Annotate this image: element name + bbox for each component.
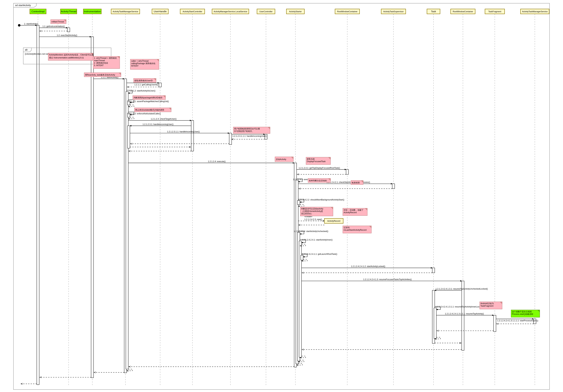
svg-text:1.2.1.2.4.2.4.1: startActivity: 1.2.1.2.4.2.4.1: startActivityInner() xyxy=(302,239,333,241)
svg-text:callingPackage 调用者的包: callingPackage 调用者的包 xyxy=(131,62,155,65)
note-process: 这个函数不是在主线程 Process.start()创建进程 xyxy=(511,310,540,317)
svg-text:mainThread: mainThread xyxy=(94,59,105,62)
activation-as-3a xyxy=(297,200,300,205)
activation-rwc2 xyxy=(462,281,464,350)
ret-sau2 xyxy=(127,369,132,371)
note-home: 判断是否可以启动activity （主要是HomeActivity是 否已经存在… xyxy=(300,207,333,216)
svg-text:Android12改为: Android12改为 xyxy=(480,302,494,305)
ret-12122 xyxy=(128,117,134,119)
activation-task-1 xyxy=(432,268,435,273)
svg-text:Process.start()创建进程: Process.start()创建进程 xyxy=(512,313,533,315)
svg-text:1.2.1.2.4.2.4.1.1: getLaunchRo: 1.2.1.2.4.2.4.1.1: getLaunchRootTask() xyxy=(302,253,337,255)
activation-rwc xyxy=(346,170,348,174)
svg-text:用Reactivity_task服务启动Activity: 用Reactivity_task服务启动Activity xyxy=(85,74,115,76)
note-ar: 对应：启动数，创建了 ActivityRecord xyxy=(343,208,367,216)
lifeline-label: RootWindowContainer xyxy=(453,10,473,13)
note-pkgid: 判断调用的packageId和UID相符 xyxy=(133,96,166,100)
activation-tf xyxy=(494,315,496,332)
lifeline-label: ActivityManagerService.LocalService xyxy=(214,10,247,13)
lifeline-label: ActivityThread xyxy=(61,10,77,13)
diagram-title: sd startActivity xyxy=(15,4,31,7)
ret-sabas xyxy=(298,205,304,206)
svg-text:1.2.1.2.3.1: handleIncomingUse: 1.2.1.2.3.1: handleIncomingUser() xyxy=(143,123,173,125)
svg-text:获取调用者的UserID: 获取调用者的UserID xyxy=(134,79,153,82)
svg-text:mLastStartActivityRecord: mLastStartActivityRecord xyxy=(344,229,367,231)
notes-group: mMainThread ActivityMonitors 监听Activity信… xyxy=(48,20,540,317)
svg-text:1.2.1.2.4.2.4: startActivityUn: 1.2.1.2.4.2.4: startActivityUnchecked() xyxy=(294,230,328,233)
activation-ci xyxy=(37,25,39,385)
svg-text:这个函数不是在主线程: 这个函数不是在主线程 xyxy=(512,310,532,313)
svg-text:用户权限检查调用完全可以看: 用户权限检查调用完全可以看 xyxy=(234,128,260,130)
svg-text:1.2.1.2.4.2.2: shouldAbortBack: 1.2.1.2.4.2.2: shouldAbortBackgroundActi… xyxy=(298,198,344,201)
note-perm: 检查权限 xyxy=(351,181,363,184)
svg-text:判断是否可以启动activity: 判断是否可以启动activity xyxy=(301,208,323,210)
svg-text:1.2.1.2.4.2.4.1.3.1.1.1.1: sta: 1.2.1.2.4.2.4.1.3.1.1.1.1: startProcessA… xyxy=(497,319,538,322)
msg-1-1-label: 1.1: getInstrumentation() xyxy=(42,25,65,27)
svg-text:1.2.1.2.2: enforceNotIsolatedC: 1.2.1.2.2: enforceNotIsolatedCaller() xyxy=(128,112,161,115)
activation-amsls xyxy=(229,133,232,145)
lifeline-label: ActivityStartController xyxy=(183,10,202,13)
note-startact: 启动Activity xyxy=(275,157,293,162)
lifeline-label: UserHandle xyxy=(154,10,167,13)
svg-text:DisplayFocusedTask: DisplayFocusedTask xyxy=(307,160,325,163)
msg-1-2-label: 1.2: execStartActivity() xyxy=(57,34,77,37)
note-dft: 获取当前 DisplayFocusedTask xyxy=(306,157,331,165)
note-branch: 各种判断分岔启动的 xyxy=(308,178,331,183)
lifeline-label: RootWindowContainer xyxy=(337,10,358,13)
lifeline-label: ContextImpl xyxy=(31,10,45,13)
svg-text:1.2.1.2.4.1: getTopDisplayFocu: 1.2.1.2.4.1: getTopDisplayFocusedRootTas… xyxy=(299,167,340,169)
alt-label: alt xyxy=(25,48,27,51)
svg-text:TaskFragment: TaskFragment xyxy=(480,305,493,307)
svg-text:1.2.1.2.4.2.1: checkStartAnyAc: 1.2.1.2.4.2.1: checkStartAnyActivityPerm… xyxy=(326,181,370,184)
svg-text:否已经存在）: 否已经存在） xyxy=(301,212,313,215)
svg-text:禁止来自isolated模式沙箱的调用: 禁止来自isolated模式沙箱的调用 xyxy=(135,109,164,111)
msg-1-label: 1: startActivity() xyxy=(24,23,38,25)
activation-uh xyxy=(159,83,161,87)
svg-text:1.2.1.2.3.1.1.1: handleIncomin: 1.2.1.2.3.1.1.1: handleIncomingUser() xyxy=(232,135,267,137)
lifeline-label: TaskFragment xyxy=(488,10,501,13)
svg-text:ActivityRecord: ActivityRecord xyxy=(344,211,357,214)
svg-text:判断调用的packageId和UID相符: 判断调用的packageId和UID相符 xyxy=(134,97,163,99)
svg-text:3. INTENT: 3. INTENT xyxy=(94,64,104,67)
activation-at xyxy=(67,28,70,32)
svg-text:启动Activity: 启动Activity xyxy=(276,158,286,160)
note-whothread: 1. whoThread = 调用者的 mainThread 2. 调用者的包名… xyxy=(93,56,120,69)
lifeline-label: UserController xyxy=(259,10,273,13)
svg-text:1.2.1.2.3: checkTargetUser(): 1.2.1.2.3: checkTargetUser() xyxy=(151,118,177,120)
svg-text:1.2.1.2.4.2.4.1.3.1.1: resumeT: 1.2.1.2.4.2.4.1.3.1.1: resumeTopActivity… xyxy=(435,306,484,308)
activation-atms-3c xyxy=(128,126,130,148)
svg-text:ActivityMonitors 监听Activity信息，: ActivityMonitors 监听Activity信息，Client设可以是 xyxy=(49,54,93,56)
svg-text:1.2.1.2.4: execute(): 1.2.1.2.4: execute() xyxy=(208,160,226,163)
note-reactivity: 用Reactivity_task服务启动Activity xyxy=(84,73,121,77)
svg-text:记录到: 记录到 xyxy=(344,226,350,229)
svg-text:1.2.1.2.4.2.4.1.3.1.1.1: resum: 1.2.1.2.4.2.4.1.3.1.1.1: resumeTopActivi… xyxy=(445,313,484,315)
note-userid: 获取调用者的UserID xyxy=(134,78,156,83)
svg-text:1. whoThread = 调用者的: 1. whoThread = 调用者的 xyxy=(94,57,117,59)
svg-text:1.2.1.2.4.2.4.1.2: startActivi: 1.2.1.2.4.2.4.1.2: startActivityLocked() xyxy=(351,265,385,268)
start-pseudostate xyxy=(18,24,20,26)
note-isolated: 禁止来自isolated模式沙箱的调用 xyxy=(134,108,171,112)
lifeline-label: Instrumentation xyxy=(84,10,101,13)
note-mlsar: 记录到 mLastStartActivityRecord xyxy=(343,226,371,233)
svg-text:通过 Instrumentation.addMonitor(: 通过 Instrumentation.addMonitor()方法 xyxy=(49,57,84,59)
note-userperm: 用户权限检查调用完全可以看 作与系统用户程相关。 xyxy=(233,127,270,134)
activation-task-3 xyxy=(434,308,436,339)
lifeline-label: ActivityTaskSupervisor xyxy=(383,10,404,13)
svg-text:（主要是HomeActivity是: （主要是HomeActivity是 xyxy=(301,210,323,212)
svg-text:caller = whoThread: caller = whoThread xyxy=(131,60,149,62)
alt-cond: [mActivityMonitors not null] xyxy=(25,53,49,55)
svg-text:1.2.1.2.4.2.3: new(): 1.2.1.2.4.2.3: new() xyxy=(304,218,322,220)
svg-text:2. 调用者的包名: 2. 调用者的包名 xyxy=(94,62,108,64)
svg-text:检查权限: 检查权限 xyxy=(352,182,360,184)
svg-text:1.2.1.2.1: assertPackageMatche: 1.2.1.2.1: assertPackageMatchesCallingUi… xyxy=(128,100,169,103)
lifeline-label: ActivityTaskManagerService xyxy=(113,10,138,13)
msg-1-2-1-1-label: 1.2.1.1: getCallingUserId() xyxy=(134,84,158,86)
note-monitors: ActivityMonitors 监听Activity信息，Client设可以是… xyxy=(48,53,93,60)
note-a12: Android12改为 TaskFragment xyxy=(480,302,502,309)
note-caller: caller = whoThread callingPackage 调用者的包 … xyxy=(130,59,159,69)
svg-text:mMainThread: mMainThread xyxy=(51,21,64,23)
svg-text:1.2.1.2: startActivityAsUser(): 1.2.1.2: startActivityAsUser() xyxy=(129,90,155,92)
activation-as-5 xyxy=(301,255,303,260)
svg-text:1.2.1.2.4.2.4.1.3: resumeFocus: 1.2.1.2.4.2.4.1.3: resumeFocusedTasksTop… xyxy=(363,278,412,281)
svg-text:获取当前: 获取当前 xyxy=(307,158,315,160)
